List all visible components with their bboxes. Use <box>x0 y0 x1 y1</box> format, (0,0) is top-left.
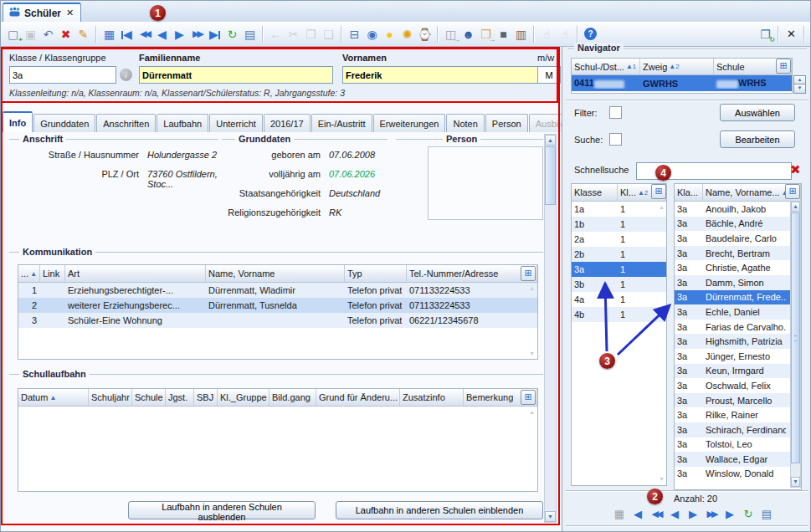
first-record-icon[interactable]: ◀ <box>629 506 646 521</box>
table-settings-button[interactable]: ⊞ <box>521 390 536 405</box>
apply-one-icon[interactable]: ☝ <box>538 26 556 43</box>
tab-grunddaten[interactable]: Grunddaten <box>33 114 95 132</box>
scrollbar-up-icon[interactable]: ▲ <box>791 202 800 212</box>
table-row[interactable]: 3aProust, Marcello <box>675 393 790 408</box>
column-header[interactable]: Link <box>40 265 65 282</box>
table-settings-button[interactable]: ⊞ <box>521 266 536 281</box>
column-header[interactable]: Klasse <box>572 184 618 201</box>
paste-icon[interactable]: ❑ <box>320 26 337 43</box>
suche-checkbox[interactable] <box>609 133 622 146</box>
scrollbar-down-icon[interactable]: ▼ <box>791 477 800 487</box>
table-row[interactable]: 3Schüler-Eine WohnungTelefon privat06221… <box>18 313 537 328</box>
copy-icon[interactable]: ❐ <box>302 26 320 43</box>
prev-record-icon[interactable]: ◀ <box>666 506 683 521</box>
first-record-icon[interactable]: ◀ <box>118 26 136 43</box>
table-row[interactable]: 1Erziehungsberechtigter-...Dürrenmatt, W… <box>18 283 537 298</box>
fast-next-icon[interactable]: ▶▶ <box>188 26 206 43</box>
table-row[interactable]: 3aChristie, Agathe <box>675 260 790 275</box>
column-header[interactable]: Schuljahr <box>89 389 132 406</box>
table-row[interactable]: 3aSchirach, Ferdinand <box>675 422 790 437</box>
table-row[interactable]: 3aTolstoi, Leo <box>675 437 790 453</box>
table-row[interactable]: 3aWinslow, Donald <box>675 467 790 482</box>
column-header[interactable]: Jgst. <box>166 389 194 406</box>
table-settings-button[interactable]: ⊞ <box>776 59 791 74</box>
last-record-icon[interactable]: ▶ <box>721 506 738 521</box>
table-row[interactable]: 2weiterer Erziehungsberec...Dürrenmatt, … <box>18 298 537 313</box>
table-settings-button[interactable]: ⊞ <box>785 184 800 199</box>
table-row[interactable]: 3aDürrenmatt, Frede... <box>675 290 790 305</box>
delete-icon[interactable]: ✖ <box>57 26 74 43</box>
laufbahn-ausblenden-button[interactable]: Laufbahn in anderen Schulen ausblenden <box>128 501 316 519</box>
table-row[interactable]: 3aEchle, Daniel <box>675 304 790 320</box>
person-export-icon[interactable]: ☻ <box>459 26 477 43</box>
tab-info[interactable]: Info <box>3 111 33 132</box>
table-row[interactable]: 4b1 <box>572 307 666 322</box>
column-header[interactable]: Schule <box>132 389 166 406</box>
tab-close-icon[interactable]: ✕ <box>66 8 74 18</box>
table-row[interactable]: 3aOschwald, Felix <box>675 378 790 393</box>
close-window-icon[interactable]: ✕ <box>783 26 800 43</box>
scrollbar-thumb[interactable] <box>791 212 800 463</box>
tab-noten[interactable]: Noten <box>446 114 484 132</box>
familienname-input[interactable] <box>139 66 333 84</box>
table-row[interactable]: 3aKeun, Irmgard <box>675 364 790 379</box>
table-row[interactable]: 1b1 <box>572 217 666 232</box>
column-header[interactable]: SBJ <box>194 389 218 406</box>
column-header[interactable]: Kla... <box>675 184 703 201</box>
auswaehlen-button[interactable]: Auswählen <box>720 104 795 121</box>
column-header[interactable]: Name, Vorname <box>206 265 345 282</box>
column-header[interactable]: Grund für Änderu... <box>316 389 400 406</box>
table-row[interactable]: 3aBrecht, Bertram <box>675 246 790 261</box>
table-row[interactable]: 3aAnouilh, Jakob <box>675 202 790 217</box>
edit-icon[interactable]: ✎ <box>74 26 92 43</box>
record-table-icon[interactable]: ▦ <box>100 26 118 43</box>
bearbeiten-button[interactable]: Bearbeiten <box>720 130 795 148</box>
help-icon[interactable]: ? <box>582 26 599 43</box>
content-scrollbar[interactable]: ▲ ▼ <box>544 134 557 523</box>
fast-prev-icon[interactable]: ◀◀ <box>136 26 153 43</box>
next-record-icon[interactable]: ▶ <box>685 506 701 521</box>
column-header[interactable]: Datum▲ <box>18 389 89 406</box>
refresh-icon[interactable]: ↻ <box>740 506 757 521</box>
table-row[interactable]: 1a1 <box>572 202 666 217</box>
tab-schuljahr[interactable]: 2016/17 <box>264 114 311 132</box>
table-row[interactable]: 3aHighsmith, Patrizia <box>675 334 790 349</box>
back-icon[interactable]: ← <box>267 26 285 43</box>
column-header[interactable]: Bild.gang <box>269 389 316 406</box>
navigator-school-row[interactable]: 0411 GWRHS WRHS <box>572 75 792 91</box>
table-settings-button[interactable]: ⊞ <box>651 184 666 199</box>
prev-record-icon[interactable]: ◀ <box>153 26 171 43</box>
last-record-icon[interactable]: ▶ <box>206 26 223 43</box>
switch-window-icon[interactable]: ❐ ↻ <box>757 26 774 43</box>
undo-icon[interactable]: ↶ <box>39 26 57 43</box>
clear-search-icon[interactable]: ✖ <box>790 162 801 177</box>
table-row[interactable]: 3aBaudelaire, Carlo <box>675 231 790 246</box>
scrollbar-up-icon[interactable]: ▲ <box>545 135 556 146</box>
tab-unterricht[interactable]: Unterricht <box>209 114 263 132</box>
horn-icon[interactable]: ✺ <box>398 26 416 43</box>
table-row[interactable]: 3aRilke, Rainer <box>675 407 790 422</box>
table-row[interactable]: 3a1 <box>572 262 666 277</box>
tab-laufbahn[interactable]: Laufbahn <box>157 114 208 132</box>
schueler-scrollbar[interactable]: ▲ ▼ <box>790 201 801 488</box>
scrollbar-down-icon[interactable]: ▼ <box>545 511 556 522</box>
table-row[interactable]: 3aJünger, Ernesto <box>675 349 790 364</box>
table-row[interactable]: 4a1 <box>572 292 666 307</box>
hint-bulb-icon[interactable]: ● <box>381 26 398 43</box>
address-book-icon[interactable]: ▥ <box>512 26 530 43</box>
table-row[interactable]: 3b1 <box>572 277 666 292</box>
column-header[interactable]: Typ <box>345 265 407 282</box>
table-row[interactable]: 2a1 <box>572 232 666 247</box>
tab-person[interactable]: Person <box>485 114 528 132</box>
scrollbar-thumb[interactable] <box>545 146 556 205</box>
list-view-icon[interactable]: ▤ <box>758 506 775 521</box>
list-view-icon[interactable]: ▤ <box>241 26 259 43</box>
fast-next-icon[interactable]: ▶▶ <box>703 506 720 521</box>
column-header[interactable]: Zusatzinfo <box>400 389 464 406</box>
column-header[interactable]: Zweig▲2 <box>640 59 714 74</box>
klasse-input[interactable] <box>9 66 116 84</box>
print-icon[interactable]: ⊟ <box>346 26 363 43</box>
document-tab-schueler[interactable]: Schüler ✕ <box>3 3 81 22</box>
tab-ein-austritt[interactable]: Ein-/Austritt <box>311 114 372 132</box>
vornamen-input[interactable] <box>342 66 538 84</box>
